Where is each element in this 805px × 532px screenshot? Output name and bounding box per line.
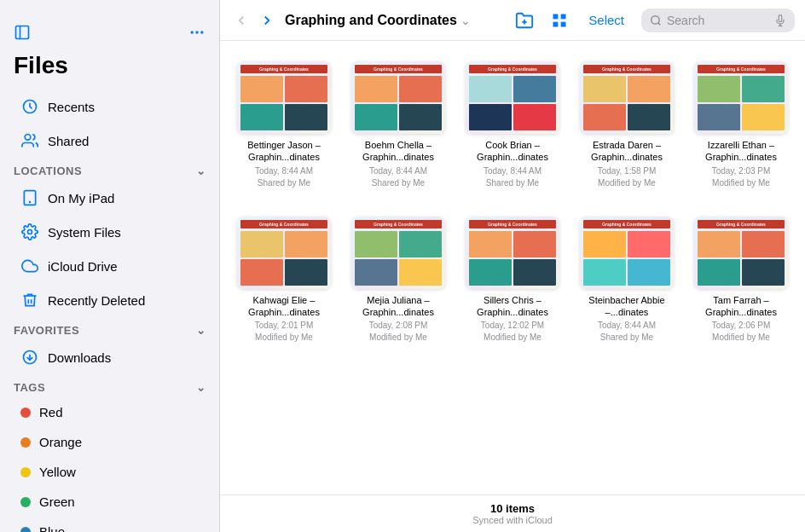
locations-section-header[interactable]: Locations ⌄ [0, 158, 219, 181]
file-thumbnail-inner: Graphing & Coordinates [466, 217, 559, 289]
doc-header-label: Graphing & Coordinates [469, 65, 556, 73]
doc-cell-2 [742, 76, 785, 102]
doc-cell-3 [583, 104, 626, 130]
file-name: Cook Brian – Graphin...dinates [466, 139, 559, 164]
file-item[interactable]: Graphing & Coordinates Izzarelli Ethan –… [687, 55, 795, 196]
tags-section-header[interactable]: Tags ⌄ [0, 374, 219, 397]
file-item[interactable]: Graphing & Coordinates Tam Farrah – Grap… [687, 210, 795, 351]
file-name: Bettinger Jason – Graphin...dinates [237, 139, 331, 164]
file-thumbnail-inner: Graphing & Coordinates [237, 61, 331, 134]
sidebar-item-recently-deleted[interactable]: Recently Deleted [7, 284, 212, 316]
file-item[interactable]: Graphing & Coordinates Steinbacher Abbie… [573, 210, 680, 351]
doc-header-label: Graphing & Coordinates [355, 220, 442, 228]
doc-header-label: Graphing & Coordinates [698, 65, 785, 73]
file-date: Today, 2:06 PM [712, 320, 771, 332]
doc-cell-4 [742, 104, 785, 130]
file-meta: Modified by Me [369, 332, 427, 344]
ipad-icon [20, 188, 39, 207]
file-name: Tam Farrah – Graphin...dinates [694, 294, 788, 319]
doc-cell-3 [583, 259, 626, 286]
sidebar-toggle-button[interactable] [10, 20, 34, 49]
file-thumbnail-inner: Graphing & Coordinates [351, 217, 445, 289]
doc-cell-1 [583, 231, 626, 257]
sidebar-item-tag-yellow-label: Yellow [39, 465, 76, 479]
file-thumbnail-inner: Graphing & Coordinates [466, 61, 559, 134]
favorites-section-header[interactable]: Favorites ⌄ [0, 317, 219, 340]
forward-arrow-icon [259, 13, 275, 28]
svg-point-18 [652, 15, 659, 23]
file-item[interactable]: Graphing & Coordinates Sillers Chris – G… [459, 210, 566, 351]
sidebar-item-tag-blue[interactable]: Blue [7, 518, 212, 532]
doc-cell-4 [399, 104, 442, 130]
sidebar-item-shared[interactable]: Shared [7, 124, 212, 157]
file-grid-container: Graphing & Coordinates Bettinger Jason –… [220, 41, 805, 494]
sidebar-item-tag-orange[interactable]: Orange [7, 428, 212, 456]
sidebar-item-recently-deleted-label: Recently Deleted [48, 293, 145, 308]
file-date: Today, 2:01 PM [255, 320, 314, 332]
doc-cell-1 [698, 231, 740, 257]
sidebar-item-icloud-drive[interactable]: iCloud Drive [7, 250, 212, 282]
file-thumbnail-inner: Graphing & Coordinates [351, 61, 445, 134]
file-sync-status: Synced with iCloud [227, 515, 798, 525]
more-options-button[interactable] [185, 20, 209, 49]
doc-grid [240, 76, 327, 130]
doc-cell-2 [399, 231, 442, 257]
toolbar-actions: Select [512, 8, 795, 33]
search-input[interactable] [667, 14, 769, 27]
file-thumbnail-inner: Graphing & Coordinates [237, 217, 331, 289]
locations-section-label: Locations [14, 165, 82, 177]
red-tag-dot [20, 408, 31, 418]
file-date: Today, 8:44 AM [255, 165, 313, 177]
svg-point-2 [191, 31, 194, 33]
sidebar-item-on-my-ipad[interactable]: On My iPad [7, 182, 212, 214]
doc-grid [583, 76, 670, 130]
doc-cell-1 [240, 231, 283, 257]
orange-tag-dot [20, 437, 31, 448]
doc-grid [583, 231, 670, 286]
file-item[interactable]: Graphing & Coordinates Estrada Daren – G… [573, 55, 680, 196]
main-content: Graphing and Coordinates ⌄ Select [220, 0, 805, 532]
doc-cell-2 [742, 231, 785, 257]
green-tag-dot [20, 497, 31, 507]
doc-grid [240, 231, 327, 286]
file-meta: Modified by Me [484, 332, 541, 344]
file-name: Sillers Chris – Graphin...dinates [466, 294, 559, 319]
file-thumbnail: Graphing & Coordinates [466, 217, 559, 289]
search-icon [650, 14, 662, 26]
file-item[interactable]: Graphing & Coordinates Mejia Juliana – G… [345, 210, 452, 351]
tags-section-label: Tags [14, 381, 45, 394]
file-name: Mejia Juliana – Graphin...dinates [351, 294, 445, 319]
file-thumbnail: Graphing & Coordinates [580, 217, 674, 289]
file-item[interactable]: Graphing & Coordinates Kahwagi Elie – Gr… [230, 210, 338, 351]
doc-cell-4 [628, 104, 670, 130]
file-item[interactable]: Graphing & Coordinates Bettinger Jason –… [230, 55, 338, 196]
grid-view-button[interactable] [547, 9, 571, 32]
sidebar-item-system-files[interactable]: System Files [7, 216, 212, 248]
back-button[interactable] [230, 9, 252, 32]
sidebar-item-downloads[interactable]: Downloads [7, 341, 212, 373]
file-date: Today, 2:03 PM [712, 165, 771, 177]
nav-buttons [230, 9, 278, 32]
sidebar-item-tag-yellow[interactable]: Yellow [7, 458, 212, 486]
file-item[interactable]: Graphing & Coordinates Boehm Chella – Gr… [345, 55, 452, 196]
svg-rect-14 [553, 14, 559, 19]
doc-cell-2 [513, 231, 556, 257]
file-item[interactable]: Graphing & Coordinates Cook Brian – Grap… [459, 55, 566, 196]
doc-cell-1 [469, 231, 512, 257]
new-folder-button[interactable] [512, 8, 537, 33]
file-date: Today, 12:02 PM [481, 320, 544, 332]
sidebar-item-tag-green[interactable]: Green [7, 488, 212, 516]
file-thumbnail-inner: Graphing & Coordinates [694, 61, 788, 134]
doc-cell-1 [698, 76, 740, 102]
doc-cell-3 [698, 259, 740, 286]
select-button[interactable]: Select [582, 9, 631, 31]
sidebar-item-recents[interactable]: Recents [7, 90, 212, 123]
sidebar-item-tag-green-label: Green [39, 494, 75, 509]
trash-icon [20, 291, 39, 309]
sidebar-item-tag-red[interactable]: Red [7, 398, 212, 426]
doc-cell-2 [628, 231, 670, 257]
file-footer: 10 items Synced with iCloud [220, 494, 805, 532]
doc-cell-3 [469, 104, 512, 130]
forward-button[interactable] [256, 9, 278, 32]
doc-cell-4 [285, 104, 327, 130]
